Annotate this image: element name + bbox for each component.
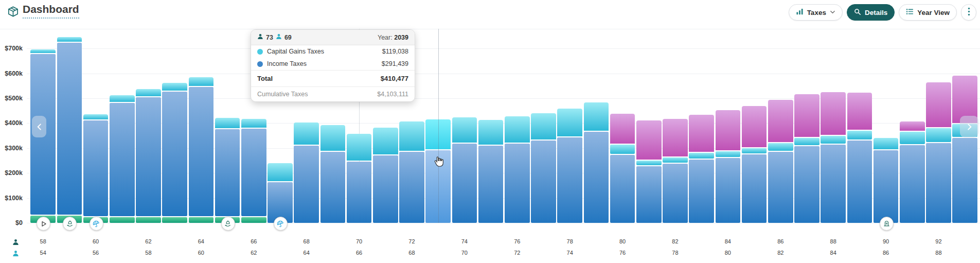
bar-chart-icon	[796, 8, 804, 17]
capital-gains-segment	[874, 138, 899, 149]
bar-age-80[interactable]	[610, 114, 635, 223]
bar-age-71[interactable]	[373, 128, 398, 223]
tooltip-primary-age: 73	[266, 34, 273, 41]
bar-age-59[interactable]	[57, 37, 82, 223]
bar-age-83[interactable]	[689, 115, 714, 223]
age-label-primary: 72	[408, 238, 415, 244]
total-value: $410,477	[381, 75, 408, 82]
donation-icon[interactable]	[221, 217, 235, 231]
tooltip-total-row: Total $410,477	[251, 70, 415, 86]
income-segment	[452, 144, 477, 223]
magenta-segment	[768, 100, 793, 142]
umbrella-icon[interactable]	[90, 217, 103, 231]
bar-age-67[interactable]	[268, 163, 293, 223]
more-options-button[interactable]	[961, 4, 976, 21]
play-icon[interactable]	[37, 217, 50, 231]
capital-gains-segment	[320, 125, 346, 151]
income-segment	[110, 103, 135, 216]
search-icon	[854, 8, 861, 17]
magenta-segment	[847, 93, 872, 130]
bar-age-68[interactable]	[294, 122, 319, 223]
bar-age-69[interactable]	[320, 125, 346, 223]
bar-age-93[interactable]	[952, 76, 977, 223]
age-label-secondary: 54	[40, 250, 46, 256]
bar-age-61[interactable]	[110, 95, 135, 223]
income-segment	[847, 141, 872, 223]
income-segment	[952, 138, 977, 223]
income-segment	[189, 87, 214, 217]
income-segment	[347, 162, 372, 223]
age-label-primary: 58	[40, 238, 46, 244]
umbrella-icon[interactable]	[274, 217, 288, 231]
total-label: Total	[257, 75, 273, 82]
capital-gains-value: $119,038	[382, 48, 408, 55]
income-segment	[294, 146, 319, 223]
age-label-secondary: 84	[830, 250, 836, 256]
chevron-down-icon	[830, 9, 835, 16]
y-axis-tick-label: $700k	[0, 44, 23, 52]
year-view-button[interactable]: Year View	[899, 4, 957, 21]
details-button[interactable]: Details	[847, 4, 895, 21]
bar-age-82[interactable]	[663, 119, 688, 223]
bar-age-62[interactable]	[136, 89, 161, 223]
income-segment	[716, 158, 741, 223]
gridline-0	[27, 223, 980, 223]
capital-gains-segment	[531, 113, 556, 139]
chart-top-border	[0, 29, 980, 29]
income-segment	[136, 97, 161, 216]
bar-age-76[interactable]	[505, 116, 530, 223]
bar-age-77[interactable]	[531, 113, 556, 223]
bar-age-78[interactable]	[557, 109, 582, 223]
y-axis-tick-label: $500k	[0, 94, 23, 102]
page-title: Dashboard	[23, 3, 79, 19]
capital-gains-segment	[294, 122, 319, 145]
toolbar: Taxes Details Year View	[789, 4, 976, 21]
green-segment	[189, 217, 214, 223]
age-label-primary: 60	[93, 238, 99, 244]
bar-age-91[interactable]	[900, 121, 925, 223]
bar-age-66[interactable]	[241, 119, 266, 223]
bar-age-60[interactable]	[83, 114, 109, 223]
bar-age-92[interactable]	[926, 82, 951, 223]
capital-gains-segment	[136, 89, 161, 96]
bar-age-72[interactable]	[399, 121, 424, 223]
capital-gains-segment	[57, 37, 82, 42]
y-axis-tick-label: $600k	[0, 69, 23, 78]
bar-age-88[interactable]	[821, 92, 846, 223]
income-segment	[478, 146, 504, 223]
bar-age-70[interactable]	[347, 134, 372, 223]
taxes-dropdown-button[interactable]: Taxes	[789, 4, 843, 21]
bar-age-74[interactable]	[452, 117, 477, 223]
capital-gains-segment	[689, 153, 714, 159]
income-segment	[874, 150, 899, 223]
magenta-segment	[794, 94, 819, 137]
primary-person-icon	[12, 238, 19, 248]
scroll-right-button[interactable]	[960, 116, 978, 137]
bar-age-75[interactable]	[478, 120, 504, 223]
donation-icon[interactable]	[63, 217, 77, 231]
capital-gains-segment	[110, 95, 135, 102]
bar-age-90[interactable]	[874, 138, 899, 223]
bar-age-64[interactable]	[189, 77, 214, 223]
scroll-left-button[interactable]	[32, 116, 46, 137]
bar-age-87[interactable]	[794, 94, 819, 223]
age-label-secondary: 70	[461, 250, 468, 256]
bar-age-86[interactable]	[768, 100, 793, 223]
cumulative-value: $4,103,111	[377, 91, 408, 98]
y-axis-tick-label: $400k	[0, 119, 23, 127]
tombstone-icon[interactable]	[880, 217, 894, 231]
bar-age-84[interactable]	[716, 110, 741, 223]
bar-age-65[interactable]	[215, 118, 240, 223]
age-label-secondary: 74	[567, 250, 573, 256]
bar-age-89[interactable]	[847, 93, 872, 223]
bar-age-85[interactable]	[742, 106, 767, 223]
capital-gains-segment	[847, 131, 872, 139]
bar-age-81[interactable]	[636, 120, 662, 223]
tooltip-capital-gains-row: Capital Gains Taxes $119,038	[251, 45, 415, 58]
chart-tooltip: 73 69 Year: 2039 Capital Gains Taxes $11…	[251, 29, 415, 102]
income-segment	[505, 144, 530, 223]
age-label-primary: 74	[461, 238, 468, 244]
bar-age-63[interactable]	[162, 83, 187, 223]
income-segment	[83, 120, 109, 216]
bar-age-79[interactable]	[584, 102, 609, 223]
